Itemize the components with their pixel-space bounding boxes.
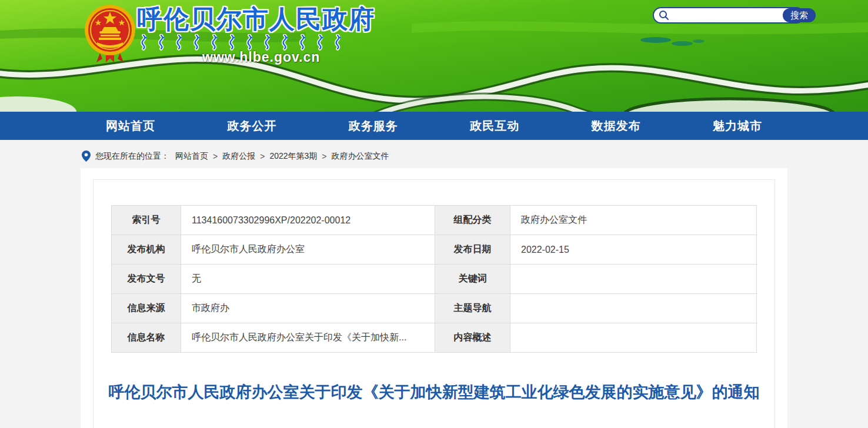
search-box: 搜索 [653,7,804,24]
nav-item-data-release[interactable]: 数据发布 [592,118,641,134]
meta-value-topic-nav [510,294,757,323]
site-banner: 呼伦贝尔市人民政府 www.hlbe.gov.cn 搜索 [0,0,868,112]
site-title: 呼伦贝尔市人民政府 [137,2,375,36]
meta-label-doc-no: 发布文号 [112,265,181,294]
meta-label-category: 组配分类 [435,206,510,235]
nav-item-home[interactable]: 网站首页 [106,118,155,134]
document-title: 呼伦贝尔市人民政府办公室关于印发《关于加快新型建筑工业化绿色发展的实施意见》的通… [105,380,763,404]
meta-label-issuing-org: 发布机构 [112,235,181,265]
meta-value-doc-no: 无 [181,265,435,294]
meta-label-info-name: 信息名称 [112,323,181,353]
nav-item-gov-info[interactable]: 政务公开 [227,118,276,134]
breadcrumb-separator: > [213,152,218,161]
main-navbar: 网站首页 政务公开 政务服务 政民互动 数据发布 魅力城市 [0,112,868,140]
meta-value-index-no: 1134160073302996XP/202202-00012 [181,206,435,235]
meta-label-source: 信息来源 [112,294,181,323]
meta-label-keywords: 关键词 [435,265,510,294]
search-button[interactable]: 搜索 [783,8,816,22]
breadcrumb: 您现在所在的位置： 网站首页 > 政府公报 > 2022年第3期 > 政府办公室… [81,140,787,163]
breadcrumb-prefix: 您现在所在的位置： [95,151,169,162]
meta-label-summary: 内容概述 [435,323,510,353]
meta-value-info-name: 呼伦贝尔市人民政府办公室关于印发《关于加快新... [181,323,435,353]
document-meta-table: 索引号 1134160073302996XP/202202-00012 组配分类… [111,205,757,353]
breadcrumb-link-category[interactable]: 政府办公室文件 [332,151,389,162]
search-input[interactable] [673,9,779,21]
breadcrumb-separator: > [260,152,265,161]
breadcrumb-link-issue[interactable]: 2022年第3期 [269,151,317,162]
meta-value-issuing-org: 呼伦贝尔市人民政府办公室 [181,235,435,265]
meta-value-summary [510,323,757,353]
national-emblem-icon [82,4,138,65]
search-icon [659,10,669,21]
site-url: www.hlbe.gov.cn [202,49,320,65]
content-inner-panel: 索引号 1134160073302996XP/202202-00012 组配分类… [93,179,775,428]
content-card: 索引号 1134160073302996XP/202202-00012 组配分类… [81,168,787,428]
meta-label-pub-date: 发布日期 [435,235,510,265]
meta-value-source: 市政府办 [181,294,435,323]
meta-value-pub-date: 2022-02-15 [510,235,757,265]
breadcrumb-separator: > [322,152,326,161]
nav-item-city-charm[interactable]: 魅力城市 [713,118,762,134]
breadcrumb-link-gazette[interactable]: 政府公报 [222,151,255,162]
location-pin-icon [82,151,91,162]
mongolian-script [140,34,352,51]
breadcrumb-link-home[interactable]: 网站首页 [175,151,208,162]
meta-label-index-no: 索引号 [112,206,181,235]
meta-label-topic-nav: 主题导航 [435,294,510,323]
meta-value-category: 政府办公室文件 [510,206,757,235]
meta-value-keywords [510,265,757,294]
nav-item-interaction[interactable]: 政民互动 [470,118,519,134]
nav-item-gov-services[interactable]: 政务服务 [349,118,398,134]
